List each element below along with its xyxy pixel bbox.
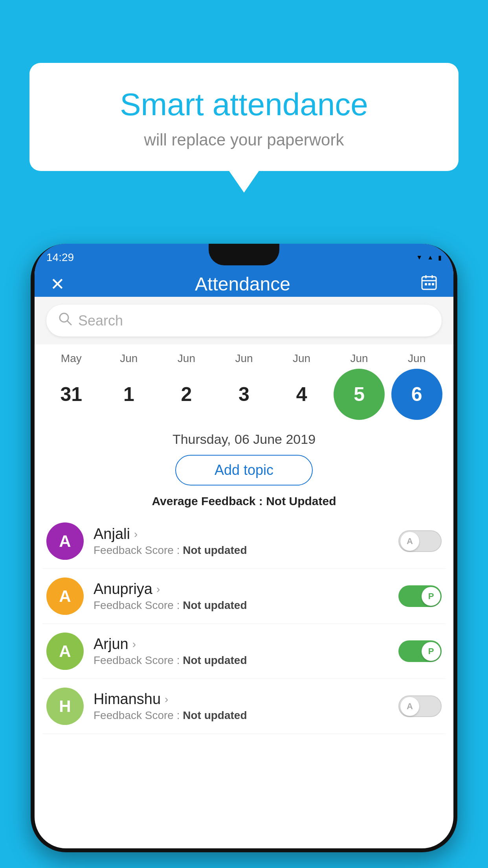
student-name-arjun: Arjun › (94, 636, 398, 653)
search-container: Search (35, 297, 453, 344)
date-4[interactable]: 4 (276, 369, 327, 420)
wifi-icon: ▼ (416, 254, 422, 261)
app-tagline-title: Smart attendance (49, 86, 439, 123)
search-placeholder: Search (78, 313, 123, 329)
app-title: Attendance (195, 273, 290, 295)
selected-date-label: Thursday, 06 June 2019 (35, 428, 453, 449)
avatar-anjali: A (46, 522, 84, 560)
month-jun-5: Jun (334, 352, 385, 365)
chevron-icon-anupriya: › (156, 583, 160, 596)
date-1[interactable]: 1 (103, 369, 154, 420)
toggle-himanshu[interactable]: A (398, 695, 442, 717)
app-screen: 14:29 ▼ ▲ ▮ ✕ Attendance (35, 244, 453, 848)
avatar-arjun: A (46, 633, 84, 670)
month-row: May Jun Jun Jun Jun Jun Jun (35, 352, 453, 365)
month-jun-4: Jun (276, 352, 327, 365)
month-jun-6: Jun (391, 352, 442, 365)
date-2[interactable]: 2 (161, 369, 212, 420)
add-topic-button[interactable]: Add topic (175, 455, 313, 485)
student-name-anjali: Anjali › (94, 526, 398, 542)
svg-rect-5 (428, 283, 431, 285)
svg-rect-6 (432, 283, 434, 285)
avg-feedback-label: Average Feedback : (152, 495, 266, 508)
student-name-anupriya: Anupriya › (94, 581, 398, 598)
student-item-arjun[interactable]: A Arjun › Feedback Score : Not updated P (42, 624, 446, 679)
student-info-anjali: Anjali › Feedback Score : Not updated (94, 526, 398, 557)
calendar-icon[interactable] (420, 274, 438, 295)
status-time: 14:29 (46, 251, 74, 264)
speech-bubble: Smart attendance will replace your paper… (29, 63, 459, 171)
search-bar[interactable]: Search (46, 305, 442, 337)
signal-icon: ▲ (427, 254, 433, 261)
toggle-knob-arjun: P (422, 642, 440, 661)
toggle-anupriya[interactable]: P (398, 585, 442, 607)
month-jun-1: Jun (103, 352, 154, 365)
date-6-selected[interactable]: 6 (391, 369, 442, 420)
date-31[interactable]: 31 (46, 369, 97, 420)
student-score-anjali: Feedback Score : Not updated (94, 544, 398, 557)
student-score-anupriya: Feedback Score : Not updated (94, 599, 398, 612)
student-list: A Anjali › Feedback Score : Not updated … (35, 514, 453, 734)
avatar-himanshu: H (46, 688, 84, 725)
phone-frame: 14:29 ▼ ▲ ▮ ✕ Attendance (31, 244, 457, 852)
student-score-himanshu: Feedback Score : Not updated (94, 709, 398, 722)
average-feedback: Average Feedback : Not Updated (35, 491, 453, 514)
student-info-himanshu: Himanshu › Feedback Score : Not updated (94, 691, 398, 722)
status-icons: ▼ ▲ ▮ (416, 254, 442, 261)
chevron-icon-himanshu: › (165, 693, 168, 706)
svg-rect-4 (425, 283, 427, 285)
date-5-today[interactable]: 5 (334, 369, 385, 420)
student-info-anupriya: Anupriya › Feedback Score : Not updated (94, 581, 398, 612)
month-may: May (46, 352, 97, 365)
app-tagline-subtitle: will replace your paperwork (49, 131, 439, 149)
avatar-anupriya: A (46, 577, 84, 615)
search-icon (58, 312, 72, 329)
student-item-anjali[interactable]: A Anjali › Feedback Score : Not updated … (42, 514, 446, 569)
month-jun-3: Jun (218, 352, 270, 365)
student-name-himanshu: Himanshu › (94, 691, 398, 708)
battery-icon: ▮ (438, 254, 442, 261)
phone-notch (209, 244, 279, 265)
chevron-icon-anjali: › (134, 528, 138, 541)
chevron-icon-arjun: › (132, 638, 136, 651)
date-3[interactable]: 3 (218, 369, 270, 420)
avg-feedback-value: Not Updated (266, 495, 336, 508)
toggle-anjali[interactable]: A (398, 530, 442, 552)
toggle-arjun[interactable]: P (398, 640, 442, 662)
close-button[interactable]: ✕ (50, 274, 65, 294)
calendar-section: May Jun Jun Jun Jun Jun Jun 31 1 2 3 4 5… (35, 344, 453, 428)
date-row: 31 1 2 3 4 5 6 (35, 365, 453, 424)
toggle-knob-anjali: A (400, 532, 419, 551)
student-item-anupriya[interactable]: A Anupriya › Feedback Score : Not update… (42, 569, 446, 624)
student-score-arjun: Feedback Score : Not updated (94, 654, 398, 667)
student-info-arjun: Arjun › Feedback Score : Not updated (94, 636, 398, 667)
toggle-knob-himanshu: A (400, 697, 419, 716)
student-item-himanshu[interactable]: H Himanshu › Feedback Score : Not update… (42, 679, 446, 734)
svg-line-8 (67, 321, 71, 325)
toggle-knob-anupriya: P (422, 587, 440, 606)
month-jun-2: Jun (161, 352, 212, 365)
